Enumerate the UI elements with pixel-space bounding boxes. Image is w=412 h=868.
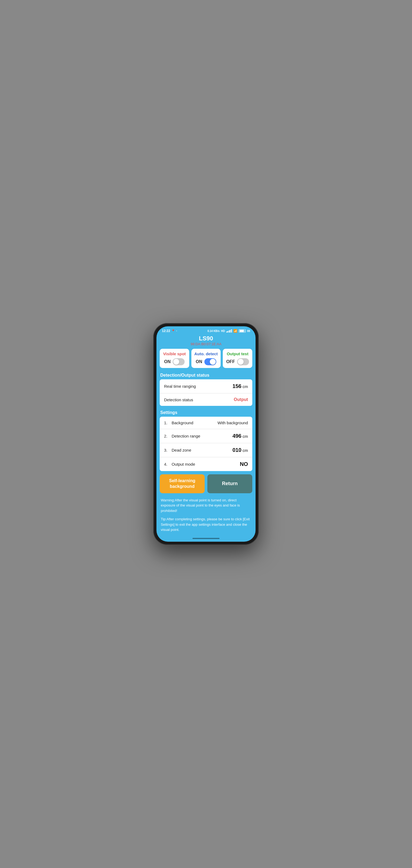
location-icon: 📍 bbox=[171, 329, 175, 333]
settings-dead-zone-value: 010 cm bbox=[233, 447, 248, 453]
settings-background-value: With background bbox=[217, 421, 248, 425]
auto-detect-toggle[interactable] bbox=[204, 358, 216, 365]
settings-detection-range-value: 496 cm bbox=[233, 433, 248, 439]
settings-background-left: 1. Background bbox=[164, 421, 193, 425]
wifi-icon: 📶 bbox=[233, 329, 237, 333]
visible-spot-toggle[interactable] bbox=[173, 358, 185, 365]
output-test-control: OFF bbox=[226, 358, 249, 365]
speed-display: 0.14 KB/s bbox=[207, 330, 219, 333]
time-display: 12:22 bbox=[162, 329, 170, 333]
detection-status-label: Detection status bbox=[164, 398, 193, 402]
settings-output-mode-left: 4. Output mode bbox=[164, 462, 195, 466]
settings-detection-range-left: 2. Detection range bbox=[164, 434, 200, 438]
battery-percent: 88 bbox=[247, 330, 250, 333]
settings-detection-range-row[interactable]: 2. Detection range 496 cm bbox=[160, 429, 252, 443]
action-buttons-row: Self-learning background Return bbox=[156, 471, 256, 496]
toggle-row: Visible spot ON Auto. detect ON bbox=[156, 349, 256, 368]
mac-address: 98:DA:B0:07:1E:AA bbox=[156, 342, 256, 346]
visible-spot-card: Visible spot ON bbox=[160, 349, 189, 368]
status-bar: 12:22 📍 · 0.14 KB/s HD 📶 bbox=[156, 326, 256, 334]
hd-label: HD bbox=[221, 330, 225, 333]
home-indicator bbox=[193, 538, 219, 539]
settings-background-row[interactable]: 1. Background With background bbox=[160, 417, 252, 429]
status-left: 12:22 📍 · bbox=[162, 329, 177, 333]
output-test-toggle[interactable] bbox=[237, 358, 249, 365]
auto-detect-card: Auto. detect ON bbox=[192, 349, 221, 368]
settings-table: 1. Background With background 2. Detecti… bbox=[160, 417, 252, 471]
signal-icon bbox=[226, 329, 232, 333]
device-name: LS90 bbox=[156, 335, 256, 342]
detection-status-value: Output bbox=[234, 397, 248, 402]
warning-text: Warning:After the visual point is turned… bbox=[156, 496, 256, 516]
visible-spot-label: Visible spot bbox=[163, 351, 186, 356]
battery-icon bbox=[239, 329, 246, 333]
settings-dead-zone-row[interactable]: 3. Dead zone 010 cm bbox=[160, 443, 252, 457]
app-title-section: LS90 98:DA:B0:07:1E:AA bbox=[156, 334, 256, 349]
dot-indicator: · bbox=[176, 329, 177, 333]
auto-detect-control: ON bbox=[196, 358, 216, 365]
real-time-ranging-label: Real time ranging bbox=[164, 384, 196, 389]
real-time-ranging-row: Real time ranging 156 cm bbox=[160, 379, 252, 394]
settings-output-mode-value: NO bbox=[240, 461, 248, 467]
real-time-ranging-value: 156 cm bbox=[233, 383, 248, 390]
detection-section-label: Detection/Output status bbox=[156, 371, 256, 379]
status-right: 0.14 KB/s HD 📶 88 bbox=[207, 329, 250, 333]
settings-output-mode-row[interactable]: 4. Output mode NO bbox=[160, 457, 252, 471]
settings-dead-zone-left: 3. Dead zone bbox=[164, 448, 192, 453]
tip-text: Tip:After completing settings, please be… bbox=[156, 516, 256, 532]
visible-spot-control: ON bbox=[164, 358, 185, 365]
output-test-state: OFF bbox=[226, 359, 235, 364]
output-test-card: Output test OFF bbox=[223, 349, 252, 368]
auto-detect-state: ON bbox=[196, 359, 202, 364]
self-learning-button[interactable]: Self-learning background bbox=[160, 474, 205, 493]
settings-section-label: Settings bbox=[156, 409, 256, 417]
auto-detect-label: Auto. detect bbox=[194, 351, 218, 356]
detection-status-row: Detection status Output bbox=[160, 394, 252, 406]
return-button[interactable]: Return bbox=[207, 474, 252, 493]
output-test-label: Output test bbox=[227, 351, 248, 356]
visible-spot-state: ON bbox=[164, 359, 171, 364]
detection-table: Real time ranging 156 cm Detection statu… bbox=[160, 379, 252, 406]
